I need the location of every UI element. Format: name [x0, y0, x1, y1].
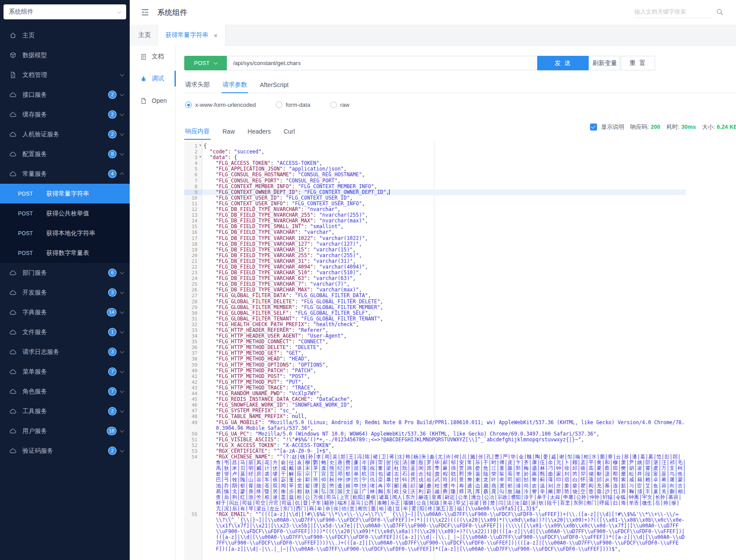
- response-editor[interactable]: 1▼{2 "code": "succeed",3▼ "data": {4 "FL…: [184, 142, 686, 560]
- sidebar-item-label: 配置服务: [22, 150, 108, 158]
- method-select[interactable]: POST: [184, 56, 227, 70]
- sidebar-item[interactable]: 工具服务 2: [0, 401, 130, 421]
- url-input[interactable]: [227, 56, 537, 70]
- sidebar-item[interactable]: 验证码服务 2: [0, 441, 130, 461]
- project-select[interactable]: 系统组件: [4, 4, 126, 19]
- line-number: 25: [184, 281, 202, 287]
- sidebar-item[interactable]: 配置服务 8: [0, 144, 130, 164]
- sidebar-subitem[interactable]: POST 获得数字常量表: [0, 243, 130, 263]
- count-badge: 14: [107, 308, 117, 316]
- line-number: 8: [184, 184, 202, 189]
- chevron-icon: [120, 428, 124, 433]
- open-tabs-bar: 主页 获得常量字符串 ×: [130, 25, 736, 46]
- sidebar-subitem[interactable]: POST 获得公共枚举值: [0, 204, 130, 223]
- chevron-icon: [120, 72, 124, 76]
- sidebar-item[interactable]: 请求日志服务 3: [0, 342, 130, 362]
- sidebar-menu: 主页 数据模型 文档管理 接口服务 2: [0, 25, 130, 461]
- chevron-icon: [120, 369, 124, 373]
- response-tab[interactable]: Headers: [247, 124, 272, 139]
- sidebar-item[interactable]: 接口服务 2: [0, 85, 130, 105]
- line-number: 12: [184, 207, 202, 212]
- request-tabs: 请求头部 请求参数 AfterScript: [184, 77, 736, 93]
- chevron-icon: [120, 270, 124, 274]
- sidebar-subitem[interactable]: POST 获得常量字符串: [0, 184, 130, 204]
- send-button[interactable]: 发 送: [537, 56, 589, 70]
- response-tabs: 响应内容 Raw Headers Curl: [184, 124, 307, 139]
- cloud-icon: [9, 388, 17, 395]
- sidebar-subitem[interactable]: POST 获得本地化字符串: [0, 223, 130, 243]
- count-badge: 2: [108, 130, 117, 138]
- refresh-vars-button[interactable]: 刷新变量: [590, 56, 620, 70]
- line-number: 4: [184, 160, 202, 166]
- sidebar-item[interactable]: 开发服务 3: [0, 283, 130, 302]
- sidebar-item[interactable]: 缓存服务 2: [0, 105, 130, 124]
- sidebar-item[interactable]: 数据模型: [0, 45, 130, 65]
- sidebar-item-label: 用户服务: [22, 427, 107, 435]
- line-number: 22: [184, 264, 202, 270]
- response-tab-label: Raw: [222, 128, 235, 135]
- doc-search-input[interactable]: [634, 6, 713, 18]
- sidebar-item[interactable]: 人机验证服务 2: [0, 124, 130, 144]
- response-tab[interactable]: Curl: [283, 124, 296, 139]
- sidebar-item[interactable]: 文档管理: [0, 65, 130, 85]
- sidebar-item[interactable]: 常量服务 4: [0, 164, 130, 184]
- sidebar-item[interactable]: 主页: [0, 25, 130, 45]
- chevron-icon: [120, 448, 124, 452]
- code-line: 54 "RGX_CHINESE_NAME": "^(?:赵|钱|孙|李|周|吴|…: [184, 454, 686, 512]
- doc-nav-item[interactable]: Open: [130, 90, 175, 112]
- line-number: 6: [184, 172, 202, 178]
- doc-nav-item[interactable]: 文档: [130, 46, 175, 68]
- sidebar-subitem-label: 获得常量字符串: [46, 190, 89, 198]
- page-tab[interactable]: 获得常量字符串 ×: [158, 25, 226, 46]
- count-badge: 4: [108, 170, 117, 178]
- sidebar: 系统组件 主页 数据模型 文档管理: [0, 0, 130, 560]
- sidebar-item-label: 数据模型: [22, 51, 124, 59]
- page-tab-label: 获得常量字符串: [165, 31, 208, 39]
- line-number: 53: [184, 448, 202, 454]
- menu-item-icon: [9, 71, 17, 79]
- sidebar-item[interactable]: 菜单服务 7: [0, 362, 130, 382]
- body-type-radio[interactable]: x-www-form-urlencoded: [185, 102, 256, 108]
- sidebar-item[interactable]: 部门服务 6: [0, 263, 130, 283]
- request-tab[interactable]: AfterScript: [259, 77, 289, 93]
- line-number: 7: [184, 178, 202, 184]
- body-type-radio[interactable]: raw: [330, 102, 350, 108]
- request-tab[interactable]: 请求头部: [184, 77, 211, 93]
- search-icon[interactable]: [716, 8, 724, 16]
- sidebar-item-label: 缓存服务: [22, 111, 108, 119]
- sidebar-item[interactable]: 字典服务 14: [0, 302, 130, 322]
- fold-icon[interactable]: ▼: [199, 144, 202, 147]
- sidebar-item-label: 菜单服务: [22, 368, 108, 376]
- chevron-icon: [120, 329, 124, 334]
- menu-item-icon: [9, 150, 17, 158]
- doc-nav-icon: [140, 53, 147, 61]
- sidebar-item[interactable]: 角色服务 7: [0, 382, 130, 401]
- collapse-sidebar-icon[interactable]: [140, 7, 150, 17]
- chevron-icon: [120, 92, 124, 96]
- response-tab[interactable]: Raw: [222, 124, 236, 139]
- request-tab[interactable]: 请求参数: [222, 77, 248, 93]
- sidebar-item[interactable]: 用户服务 18: [0, 421, 130, 441]
- fold-icon[interactable]: ▼: [199, 155, 202, 158]
- cloud-icon: [9, 309, 17, 316]
- line-number: 42: [184, 379, 202, 385]
- request-tab-label: 请求参数: [222, 81, 247, 89]
- body-type-radio[interactable]: form-data: [276, 102, 310, 108]
- line-number: 15: [184, 224, 202, 229]
- close-icon[interactable]: ×: [214, 32, 218, 39]
- menu-item-icon: [9, 91, 17, 98]
- line-number: 35: [184, 339, 202, 345]
- line-number: 3▼: [184, 155, 202, 160]
- code-line: 2 "code": "succeed",: [184, 149, 686, 155]
- page-title: 系统组件: [157, 7, 187, 18]
- line-number: 52: [184, 443, 202, 448]
- request-bar: POST 发 送 刷新变量 重 置: [184, 56, 655, 70]
- reset-button[interactable]: 重 置: [621, 56, 655, 70]
- http-method-label: POST: [18, 211, 46, 217]
- response-tab[interactable]: 响应内容: [184, 124, 211, 139]
- chevron-icon: [120, 290, 124, 294]
- show-desc-checkbox[interactable]: [590, 124, 597, 131]
- page-tab[interactable]: 主页: [132, 25, 158, 46]
- doc-nav-item[interactable]: 调试: [130, 68, 175, 90]
- sidebar-item[interactable]: 文件服务 1: [0, 322, 130, 342]
